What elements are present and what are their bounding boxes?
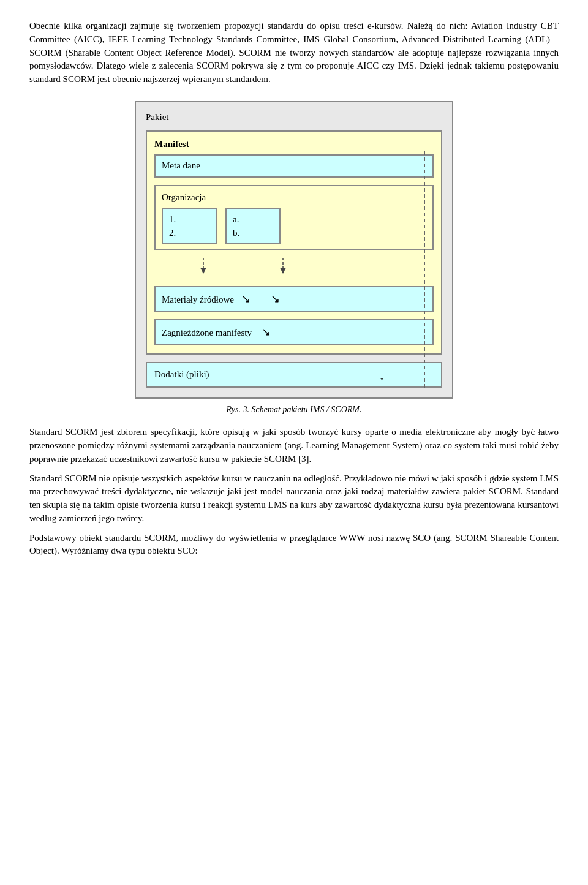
materials-box: Materiały źródłowe ↘ ↘ [154,286,434,312]
diagram-wrapper: Pakiet Manifest Meta dane Organizacja 1.… [29,101,559,399]
organizacja-label: Organizacja [162,191,426,205]
dashed-right-line [424,151,425,388]
org-item-right: a. b. [225,208,281,245]
organizacja-section: Organizacja 1. 2. a. b. [154,185,434,250]
org-left-2: 2. [169,227,207,240]
materials-label: Materiały źródłowe [162,295,234,304]
pakiet-label: Pakiet [146,111,442,124]
meta-dane-box: Meta dane [154,154,434,178]
org-right-b: b. [233,227,271,240]
org-left-1: 1. [169,213,207,227]
nested-label: Zagnieżdżone manifesty [162,328,252,337]
dodatki-box: Dodatki (pliki) ↓ [146,362,442,388]
paragraph-1: Obecnie kilka organizacji zajmuje się tw… [29,20,559,86]
manifest-box: Manifest Meta dane Organizacja 1. 2. a. … [146,130,442,355]
arrows-svg-1 [154,258,434,285]
svg-marker-1 [200,268,206,274]
diagram-outer: Pakiet Manifest Meta dane Organizacja 1.… [135,101,453,399]
dodatki-label: Dodatki (pliki) [154,369,209,379]
paragraph-4: Podstawowy obiekt standardu SCORM, możli… [29,532,559,559]
svg-marker-3 [280,268,286,274]
manifest-label: Manifest [154,138,434,151]
paragraph-3: Standard SCORM nie opisuje wszystkich as… [29,472,559,525]
figure-caption: Rys. 3. Schemat pakietu IMS / SCORM. [29,404,559,416]
nested-manifests-box: Zagnieżdżone manifesty ↘ [154,319,434,345]
org-item-left: 1. 2. [162,208,217,245]
paragraph-2: Standard SCORM jest zbiorem specyfikacji… [29,426,559,465]
org-right-a: a. [233,213,271,227]
org-items-row: 1. 2. a. b. [162,208,426,245]
